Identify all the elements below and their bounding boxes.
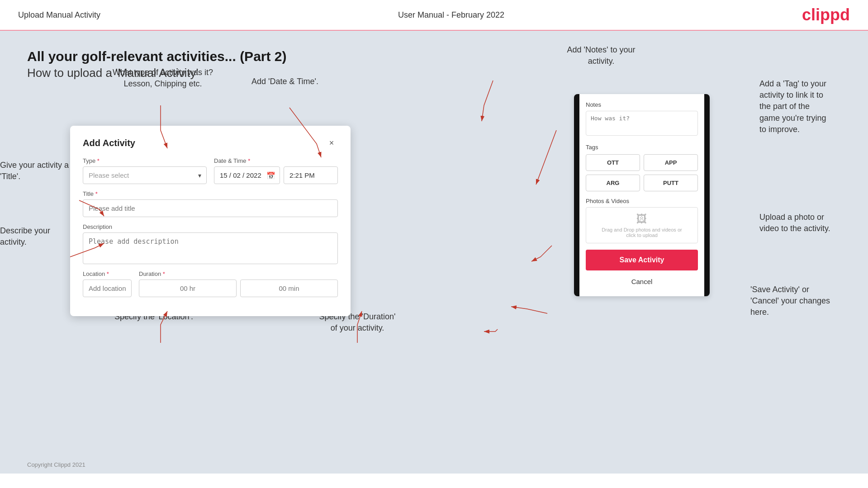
datetime-label: Date & Time * — [214, 157, 338, 164]
callout-notes: Add 'Notes' to your activity. — [551, 44, 651, 67]
duration-inputs — [139, 280, 338, 297]
duration-label: Duration * — [139, 270, 338, 277]
datetime-group: Date & Time * 📅 — [214, 157, 338, 184]
location-input[interactable] — [83, 280, 132, 297]
duration-group: Duration * — [139, 270, 338, 297]
page-title: All your golf-relevant activities... (Pa… — [27, 49, 841, 64]
manual-label: User Manual - February 2022 — [398, 10, 504, 20]
hours-input[interactable] — [139, 280, 237, 297]
callout-upload: Upload a photo or video to the activity. — [759, 212, 859, 234]
callout-title: Give your activity a 'Title'. — [0, 160, 81, 182]
title-group: Title * — [83, 190, 338, 217]
add-activity-modal: Add Activity × Type * Please select ▾ Da… — [70, 126, 351, 316]
tags-grid: OTT APP ARG PUTT — [586, 154, 698, 191]
photos-hint: Drag and Drop photos and videos or click… — [602, 227, 682, 238]
modal-title: Add Activity — [83, 138, 135, 148]
tags-section-label: Tags — [586, 144, 698, 151]
cancel-button[interactable]: Cancel — [586, 274, 698, 289]
description-group: Description — [83, 223, 338, 264]
close-button[interactable]: × — [325, 137, 338, 149]
callout-describe: Describe your activity. — [0, 225, 72, 248]
datetime-inputs: 📅 — [214, 166, 338, 184]
tag-app[interactable]: APP — [644, 154, 698, 171]
callout-tag: Add a 'Tag' to your activity to link it … — [759, 78, 859, 135]
photos-upload-area[interactable]: 🖼 Drag and Drop photos and videos or cli… — [586, 207, 698, 243]
type-group: Type * Please select ▾ — [83, 157, 207, 184]
description-label: Description — [83, 223, 338, 230]
location-duration-row: Location * Duration * — [83, 270, 338, 297]
type-select-wrapper: Please select ▾ — [83, 166, 207, 184]
callout-activity-type: What type of activity was it? Lesson, Ch… — [104, 67, 222, 90]
description-textarea[interactable] — [83, 232, 338, 264]
date-input[interactable] — [214, 166, 280, 184]
title-input[interactable] — [83, 199, 338, 217]
tag-ott[interactable]: OTT — [586, 154, 640, 171]
photos-section-label: Photos & Videos — [586, 198, 698, 204]
callout-save-cancel: 'Save Activity' or 'Cancel' your changes… — [750, 284, 859, 318]
location-group: Location * — [83, 270, 132, 297]
phone-panel: Notes Tags OTT APP ARG PUTT Photos & Vid… — [574, 94, 710, 296]
footer-copyright: Copyright Clippd 2021 — [27, 461, 85, 468]
main-content: All your golf-relevant activities... (Pa… — [0, 31, 868, 474]
title-field-label: Title * — [83, 190, 338, 197]
type-datetime-row: Type * Please select ▾ Date & Time * 📅 — [83, 157, 338, 184]
date-input-wrapper: 📅 — [214, 166, 280, 184]
mins-input[interactable] — [240, 280, 338, 297]
notes-textarea[interactable] — [586, 111, 698, 136]
type-select[interactable]: Please select — [83, 166, 207, 184]
location-label: Location * — [83, 270, 132, 277]
upload-icon: 🖼 — [636, 213, 647, 225]
tag-arg[interactable]: ARG — [586, 175, 640, 191]
top-bar: Upload Manual Activity User Manual - Feb… — [0, 0, 868, 30]
logo: clippd — [802, 5, 850, 24]
page-label: Upload Manual Activity — [18, 10, 100, 20]
type-label: Type * — [83, 157, 207, 164]
notes-section-label: Notes — [586, 101, 698, 108]
save-activity-button[interactable]: Save Activity — [586, 250, 698, 270]
callout-datetime: Add 'Date & Time'. — [240, 76, 330, 87]
time-input[interactable] — [284, 166, 338, 184]
tag-putt[interactable]: PUTT — [644, 175, 698, 191]
modal-header: Add Activity × — [83, 137, 338, 149]
